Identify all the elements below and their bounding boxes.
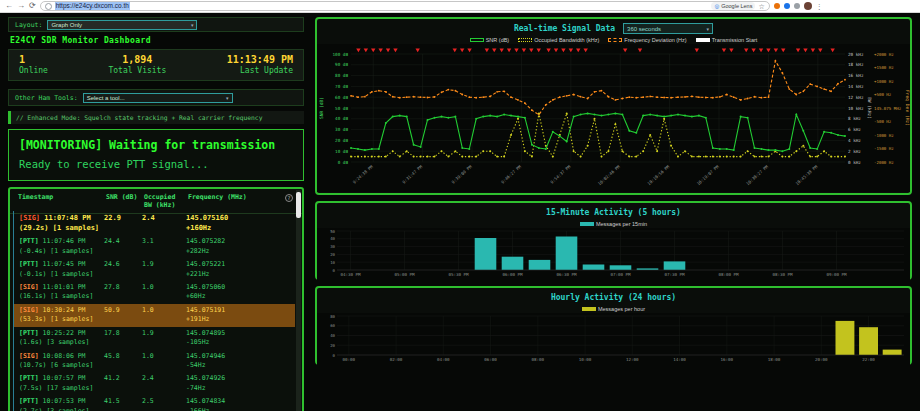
svg-text:06:00: 06:00	[484, 357, 497, 362]
svg-text:50 dB: 50 dB	[335, 106, 348, 111]
extension-icon-3[interactable]	[794, 3, 800, 9]
chevron-down-icon: ▾	[707, 26, 710, 32]
table-row: [SIG] 11:07:48 PM (29.2s) [1 samples]22.…	[14, 211, 295, 235]
table-cell: 145.074895-105Hz	[186, 329, 293, 348]
scrollbar-thumb[interactable]	[296, 192, 301, 218]
profile-avatar[interactable]	[804, 2, 812, 10]
google-lens-button[interactable]: ◎ Google Lens	[711, 2, 755, 10]
legend-item[interactable]: SNR (dB)	[470, 37, 510, 43]
page-title: E24CY SDR Monitor Dashboard	[10, 36, 304, 45]
table-cell: [SIG] 11:01:01 PM (16.1s) [1 samples]	[19, 283, 104, 302]
stats-panel: 1 Online 1,894 Total Visits 11:13:49 PM …	[8, 49, 304, 81]
legend-item[interactable]: Messages per 15min	[580, 221, 647, 227]
svg-text:Freq Dev (Hz): Freq Dev (Hz)	[905, 90, 910, 126]
stat-total-visits-label: Total Visits	[108, 66, 166, 75]
ham-tools-bar: Other Ham Tools: Select a tool...▾	[8, 89, 304, 106]
svg-text:07:30 PM: 07:30 PM	[664, 272, 685, 277]
enhanced-mode-note: // Enhanced Mode: Squelch state tracking…	[8, 111, 304, 124]
svg-text:10: 10	[330, 260, 335, 265]
svg-text:6 kHz: 6 kHz	[848, 127, 861, 132]
signal-chart-title: Real-time Signal Data	[514, 24, 615, 33]
back-icon[interactable]: ←	[5, 2, 13, 10]
svg-text:40: 40	[330, 333, 335, 338]
svg-text:30: 30	[330, 244, 335, 249]
row-tag: [SIG]	[19, 352, 39, 360]
svg-text:07:00 PM: 07:00 PM	[610, 272, 631, 277]
legend-swatch	[608, 38, 622, 42]
hourly-panel: Hourly Activity (24 hours) Messages per …	[315, 286, 912, 365]
table-cell: [SIG] 10:08:06 PM (10.7s) [6 samples]	[19, 352, 104, 371]
table-cell: 24.4	[104, 237, 142, 256]
col-snr: SNR (dB)	[106, 193, 144, 210]
layout-label: Layout:	[15, 21, 42, 29]
svg-text:10:00: 10:00	[579, 357, 592, 362]
table-cell: [PTT] 11:07:46 PM (-0.4s) [1 samples]	[19, 237, 104, 256]
realtime-signal-panel: Real-time Signal Data 360 seconds▾ SNR (…	[315, 17, 912, 195]
browser-menu-icon[interactable]: ⋮	[816, 3, 823, 10]
svg-text:60 dB: 60 dB	[335, 95, 348, 100]
monitoring-status-panel: [MONITORING] Waiting for transmission Re…	[8, 129, 304, 181]
legend-item[interactable]: Frequency Deviation (Hz)	[608, 37, 686, 43]
legend-label: SNR (dB)	[486, 37, 510, 43]
forward-icon[interactable]: →	[17, 2, 25, 10]
legend-item[interactable]: Transmission Start	[696, 37, 758, 43]
table-scrollbar[interactable]	[296, 190, 301, 411]
table-cell: 1.0	[142, 283, 186, 302]
table-cell: 145.075191+191Hz	[186, 306, 293, 325]
stat-total-visits: 1,894 Total Visits	[108, 54, 166, 75]
hourly-chart-title: Hourly Activity (24 hours)	[551, 293, 676, 302]
table-cell: 1.9	[142, 329, 186, 348]
table-cell: 50.9	[104, 306, 142, 325]
hourly-chart-legend: Messages per hour	[317, 304, 910, 313]
address-bar[interactable]: https://e24cy.dxcom.co.th ◎ Google Lens …	[40, 1, 770, 11]
svg-text:40: 40	[330, 236, 335, 241]
table-cell: 145.075221+221Hz	[186, 260, 293, 279]
extension-icon-1[interactable]	[774, 3, 780, 9]
legend-item[interactable]: Messages per hour	[582, 306, 645, 312]
svg-text:16 kHz: 16 kHz	[848, 73, 864, 78]
table-cell: [SIG] 10:30:24 PM (53.3s) [1 samples]	[19, 306, 104, 325]
url-text[interactable]: https://e24cy.dxcom.co.th	[55, 2, 130, 9]
svg-text:02:00: 02:00	[390, 357, 403, 362]
legend-swatch	[696, 38, 710, 42]
svg-text:+500 Hz: +500 Hz	[874, 92, 892, 97]
table-cell: 1.0	[142, 352, 186, 371]
table-cell: [SIG] 11:07:48 PM (29.2s) [1 samples]	[19, 213, 104, 233]
table-cell: 1.9	[142, 260, 186, 279]
table-cell: 41.5	[104, 397, 142, 411]
extension-icon-2[interactable]	[784, 3, 790, 9]
svg-text:30 dB: 30 dB	[335, 127, 348, 132]
ham-tools-select[interactable]: Select a tool...▾	[83, 93, 233, 103]
refresh-icon[interactable]: ⟳	[29, 2, 36, 10]
svg-text:4 kHz: 4 kHz	[848, 138, 861, 143]
table-cell: 27.8	[104, 283, 142, 302]
bookmark-star-icon[interactable]: ☆	[758, 3, 764, 10]
layout-selector-bar: Layout: Graph Only▾	[8, 17, 304, 32]
svg-text:+1000 Hz: +1000 Hz	[874, 79, 894, 84]
table-cell: 145.074834-166Hz	[186, 397, 293, 411]
svg-text:20 kHz: 20 kHz	[848, 52, 864, 57]
svg-text:00:00: 00:00	[343, 357, 356, 362]
chevron-down-icon: ▾	[226, 95, 229, 101]
layout-select[interactable]: Graph Only▾	[47, 20, 197, 30]
legend-item[interactable]: Occupied Bandwidth (kHz)	[518, 37, 599, 43]
svg-text:04:30 PM: 04:30 PM	[340, 272, 361, 277]
svg-text:0 kHz: 0 kHz	[848, 160, 861, 165]
col-bw: Occupied BW (kHz)	[144, 193, 188, 210]
svg-text:8 kHz: 8 kHz	[848, 116, 861, 121]
table-cell: 145.074946-54Hz	[186, 352, 293, 371]
fifteen-chart-head: 15-Minute Activity (5 hours)	[317, 203, 910, 219]
table-cell: 145.074926-74Hz	[186, 374, 293, 393]
table-row: [PTT] 11:07:45 PM (-0.1s) [1 samples]24.…	[14, 258, 295, 281]
legend-label: Frequency Deviation (Hz)	[624, 37, 686, 43]
time-range-select[interactable]: 360 seconds▾	[623, 23, 713, 34]
site-info-icon[interactable]	[45, 3, 52, 10]
table-cell: 2.5	[142, 397, 186, 411]
svg-text:12 kHz: 12 kHz	[848, 95, 864, 100]
svg-text:-1000 Hz: -1000 Hz	[874, 133, 894, 138]
row-tag: [PTT]	[19, 329, 39, 337]
help-icon[interactable]: ?	[285, 194, 293, 202]
svg-text:10 dB: 10 dB	[335, 149, 348, 154]
stat-total-visits-value: 1,894	[108, 54, 166, 65]
left-column: Layout: Graph Only▾ E24CY SDR Monitor Da…	[8, 17, 304, 411]
